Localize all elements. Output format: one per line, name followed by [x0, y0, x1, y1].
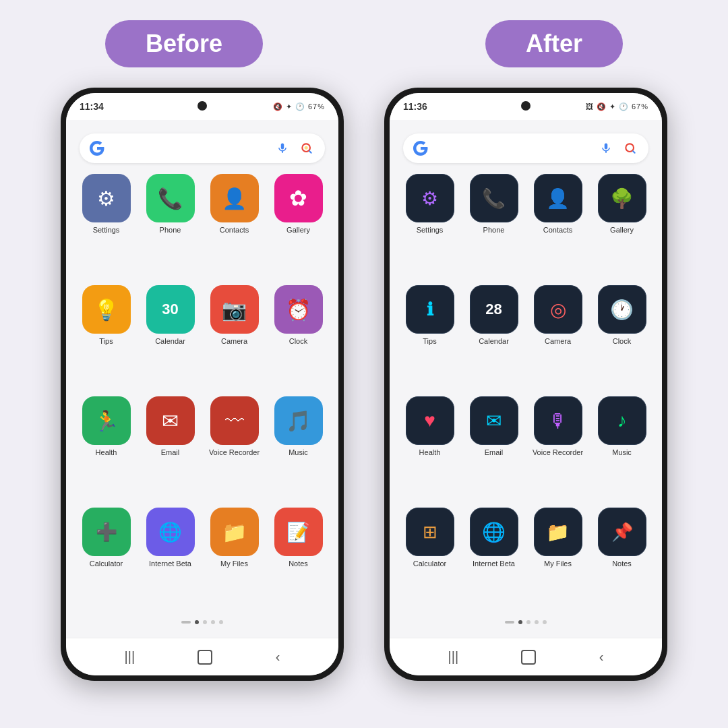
lens-icon-before [298, 140, 315, 157]
phone-icon-after: 📞 [470, 174, 518, 222]
clock-label-before: Clock [289, 337, 308, 346]
music-icon-after: ♪ [598, 396, 646, 445]
nav-recents-before[interactable]: ||| [125, 649, 135, 665]
mic-icon-before [274, 140, 291, 157]
nav-home-before[interactable] [198, 650, 212, 665]
clock-icon-before: ⏰ [274, 285, 323, 334]
phones-row: 11:34 🔇 ✦ 🕐 67% [61, 88, 667, 681]
time-after: 11:36 [403, 101, 427, 112]
app-item-health-before[interactable]: 🏃 Health [77, 396, 135, 502]
app-item-clock-after[interactable]: 🕐 Clock [593, 285, 651, 391]
svg-point-1 [305, 146, 308, 150]
app-item-calendar-after[interactable]: 28 Calendar [464, 285, 523, 391]
internet-icon-before: 🌐 [146, 508, 195, 556]
dot-1-before [181, 621, 191, 624]
app-item-phone-after[interactable]: 📞 Phone [464, 174, 523, 280]
search-bar-after[interactable] [403, 133, 648, 163]
app-item-voicerec-before[interactable]: 〰 Voice Recorder [205, 396, 264, 502]
app-item-clock-before[interactable]: ⏰ Clock [269, 285, 328, 391]
dot-2-after [518, 620, 522, 624]
email-label-after: Email [485, 448, 504, 457]
settings-label-before: Settings [93, 226, 120, 235]
phone-label-before: Phone [160, 226, 181, 235]
app-item-internet-after[interactable]: 🌐 Internet Beta [464, 508, 523, 613]
app-item-notes-after[interactable]: 📌 Notes [593, 508, 651, 613]
app-item-files-before[interactable]: 📁 My Files [205, 508, 264, 613]
notes-icon-after: 📌 [598, 508, 646, 556]
files-label-before: My Files [220, 559, 248, 568]
app-item-phone-before[interactable]: 📞 Phone [141, 174, 200, 280]
app-item-camera-before[interactable]: 📷 Camera [205, 285, 264, 391]
dot-2-before [195, 620, 199, 624]
home-bar-before: ||| ‹ [66, 638, 338, 675]
nav-back-after[interactable]: ‹ [599, 649, 604, 665]
search-icons-after [597, 140, 639, 157]
nav-back-before[interactable]: ‹ [276, 649, 280, 665]
camera-notch-before [198, 101, 207, 111]
clock-label-after: Clock [613, 337, 632, 346]
app-item-files-after[interactable]: 📁 My Files [528, 508, 587, 613]
app-item-calendar-before[interactable]: 30 Calendar [141, 285, 200, 391]
dot-3-before [203, 620, 207, 624]
app-item-email-before[interactable]: ✉ Email [141, 396, 200, 502]
app-item-email-after[interactable]: ✉ Email [464, 396, 523, 502]
files-icon-after: 📁 [534, 508, 582, 556]
files-label-after: My Files [544, 559, 572, 568]
tips-label-before: Tips [99, 337, 113, 346]
app-item-music-before[interactable]: 🎵 Music [269, 396, 328, 502]
app-item-calc-before[interactable]: ➕ Calculator [77, 508, 135, 613]
app-item-gallery-after[interactable]: 🌳 Gallery [593, 174, 651, 280]
calc-label-after: Calculator [413, 559, 447, 568]
notes-icon-before: 📝 [274, 508, 323, 556]
calc-icon-before: ➕ [82, 508, 131, 556]
search-bar-before[interactable] [80, 133, 325, 163]
app-grid-after: ⚙ Settings 📞 Phone 👤 Contacts [390, 174, 662, 613]
before-screen-content: ⚙ Settings 📞 Phone 👤 Contacts [66, 120, 338, 638]
tips-label-after: Tips [423, 337, 436, 346]
app-grid-before: ⚙ Settings 📞 Phone 👤 Contacts [66, 174, 338, 613]
before-label: Before [105, 20, 263, 67]
app-item-tips-after[interactable]: ℹ Tips [400, 285, 459, 391]
nav-home-after[interactable] [521, 650, 536, 665]
status-icons-before: 🔇 ✦ 🕐 67% [273, 102, 325, 111]
gallery-label-before: Gallery [286, 226, 310, 235]
after-label: After [485, 20, 623, 67]
app-item-calc-after[interactable]: ⊞ Calculator [400, 508, 459, 613]
dot-4-after [535, 620, 539, 624]
app-item-settings-after[interactable]: ⚙ Settings [400, 174, 459, 280]
labels-row: Before After [105, 20, 623, 67]
app-item-contacts-after[interactable]: 👤 Contacts [528, 174, 587, 280]
settings-icon-after: ⚙ [406, 174, 454, 222]
app-item-contacts-before[interactable]: 👤 Contacts [205, 174, 264, 280]
app-item-notes-before[interactable]: 📝 Notes [269, 508, 328, 613]
app-item-tips-before[interactable]: 💡 Tips [77, 285, 135, 391]
after-phone-screen: 11:36 🖼 🔇 ✦ 🕐 67% [390, 93, 662, 675]
calendar-label-after: Calendar [479, 337, 509, 346]
app-item-voicerec-after[interactable]: 🎙 Voice Recorder [528, 396, 587, 502]
app-item-camera-after[interactable]: ◎ Camera [528, 285, 587, 391]
status-icons-after: 🖼 🔇 ✦ 🕐 67% [586, 102, 648, 111]
settings-label-after: Settings [417, 226, 444, 235]
time-before: 11:34 [80, 101, 104, 112]
dot-5-after [543, 620, 547, 624]
health-icon-before: 🏃 [82, 396, 131, 445]
camera-label-before: Camera [221, 337, 247, 346]
music-label-before: Music [289, 448, 308, 457]
nav-recents-after[interactable]: ||| [448, 649, 459, 665]
notes-label-before: Notes [289, 559, 308, 568]
contacts-icon-before: 👤 [210, 174, 259, 222]
lens-icon-after [621, 140, 639, 157]
camera-notch-after [521, 101, 530, 111]
app-item-internet-before[interactable]: 🌐 Internet Beta [141, 508, 200, 613]
phone-label-after: Phone [483, 226, 505, 235]
app-item-settings-before[interactable]: ⚙ Settings [77, 174, 135, 280]
email-icon-after: ✉ [470, 396, 518, 445]
app-item-music-after[interactable]: ♪ Music [593, 396, 651, 502]
app-item-gallery-before[interactable]: ✿ Gallery [269, 174, 328, 280]
email-icon-before: ✉ [146, 396, 195, 445]
voicerec-label-after: Voice Recorder [533, 448, 583, 457]
camera-label-after: Camera [545, 337, 571, 346]
app-item-health-after[interactable]: ♥ Health [400, 396, 459, 502]
health-icon-after: ♥ [406, 396, 454, 445]
internet-label-after: Internet Beta [473, 559, 515, 568]
